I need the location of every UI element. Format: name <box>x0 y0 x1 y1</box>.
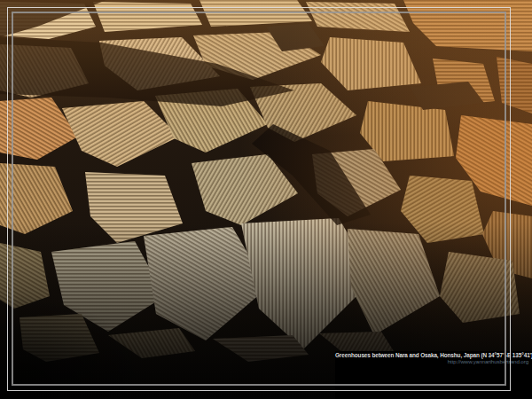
aerial-photo-greenhouses <box>0 0 532 399</box>
caption-title: Greenhouses between Nara and Osaka, Hons… <box>335 351 532 358</box>
wallpaper: Greenhouses between Nara and Osaka, Hons… <box>0 0 532 399</box>
caption-website-url: http://www.yannarthusbertrand.org <box>335 358 532 364</box>
caption-bar: Greenhouses between Nara and Osaka, Hons… <box>335 351 532 399</box>
